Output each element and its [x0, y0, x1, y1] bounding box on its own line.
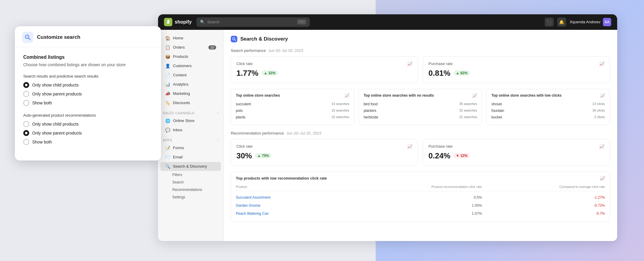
auto-radio-label-both: Show both [32, 140, 52, 144]
auto-radio-child[interactable]: Only show child products [23, 121, 153, 127]
search-perf-date: Jun 20–Jul 20, 2023 [268, 48, 303, 53]
sidebar-item-products[interactable]: 📦 Products [160, 52, 221, 61]
sidebar-item-forms[interactable]: 📝 Forms [160, 143, 221, 152]
rec-purchase-rate-value: 0.24% ▼ 12% [428, 151, 604, 160]
sidebar-label-customers: Customers [173, 64, 192, 68]
top-searches-card: Top online store searches 📈 succulent 14… [231, 89, 354, 125]
email-icon: ✉️ [165, 155, 170, 160]
sub-label-search: Search [172, 180, 184, 184]
auto-radio-circle-both [23, 139, 29, 145]
shopify-logo: shopify [164, 18, 192, 26]
search-icon [22, 32, 33, 43]
orders-icon: 📋 [165, 45, 170, 50]
product-link-2[interactable]: Garden Gnome [236, 203, 359, 208]
inbox-icon: 💬 [165, 128, 170, 132]
sidebar-item-content[interactable]: 📄 Content [160, 71, 221, 80]
search-perf-label: Search performance Jun 20–Jul 20, 2023 [231, 48, 610, 53]
content-header-icon [231, 36, 237, 42]
sidebar-label-forms: Forms [173, 146, 184, 150]
sidebar-item-search-discovery[interactable]: 🔍 Search & Discovery [160, 162, 221, 171]
radio-show-both[interactable]: Show both [23, 100, 153, 106]
combined-listings-desc: Choose how combined listings are shown o… [23, 62, 153, 68]
low-clicks-icon: 📈 [600, 93, 605, 98]
content-header: Search & Discovery [231, 36, 610, 42]
rec-purchase-rate-header: Purchase rate 📈 [428, 144, 604, 149]
rec-click-chart-icon: 📈 [407, 144, 412, 149]
sidebar-item-inbox[interactable]: 💬 Inbox [160, 126, 221, 135]
shopify-topbar: shopify 🔍 Search ⌘K ⬛ 🔔 Xquenda Andreev … [158, 14, 617, 30]
auto-radio-circle-parent [23, 130, 29, 136]
sidebar-item-analytics[interactable]: 📊 Analytics [160, 80, 221, 89]
topbar-bell-icon[interactable]: 🔔 [557, 18, 566, 27]
radio-circle-parent [23, 91, 29, 97]
search-purchase-rate-value: 0.81% ▲ 82% [428, 69, 604, 78]
top-products-card: Top products with low recommendation cli… [231, 172, 610, 222]
low-clicks-row-2: fountain 36 clicks [491, 107, 605, 114]
topbar-user-name: Xquenda Andreev [570, 20, 600, 24]
topbar-screen-icon[interactable]: ⬛ [545, 18, 554, 27]
radio-child-products[interactable]: Only show child products [23, 82, 153, 88]
top-products-header: Top products with low recommendation cli… [236, 176, 605, 181]
sidebar-item-marketing[interactable]: 📣 Marketing [160, 89, 221, 98]
apps-header: Apps › [158, 135, 223, 143]
sidebar-sub-search[interactable]: Search [160, 179, 221, 186]
scene-container: Customize search Combined listings Choos… [15, 14, 629, 247]
low-clicks-row-3: bucket 2 clicks [491, 114, 605, 121]
sub-label-filters: Filters [172, 173, 182, 177]
top-low-clicks-card: Top online store searches with low click… [486, 89, 610, 125]
rec-perf-label: Recommendation performance Jun 20–Jul 20… [231, 131, 610, 135]
sidebar-label-discounts: Discounts [173, 101, 190, 105]
top-low-clicks-title: Top online store searches with low click… [491, 93, 605, 98]
sidebar-item-orders[interactable]: 📋 Orders 10 [160, 43, 221, 52]
auto-radio-parent[interactable]: Only show parent products [23, 130, 153, 136]
topbar-search-text: Search [207, 20, 295, 24]
top-searches-icon: 📈 [345, 93, 349, 98]
sidebar-item-customers[interactable]: 👤 Customers [160, 61, 221, 70]
product-compared-3: -0.7% [482, 211, 605, 216]
sidebar-sub-filters[interactable]: Filters [160, 171, 221, 178]
radio-parent-products[interactable]: Only show parent products [23, 91, 153, 97]
search-discovery-icon: 🔍 [165, 164, 170, 169]
search-row-1: succulent 14 searches [236, 101, 349, 107]
rec-click-rate-label: Click rate [236, 144, 253, 149]
search-performance-section: Search performance Jun 20–Jul 20, 2023 C… [231, 48, 610, 83]
topbar-search[interactable]: 🔍 Search ⌘K [196, 17, 310, 27]
sidebar-label-orders: Orders [173, 45, 185, 50]
product-link-3[interactable]: Peach Watering Can [236, 211, 359, 216]
analytics-icon: 📊 [165, 82, 170, 87]
top-products-columns: Product Product recommendation click rat… [236, 185, 605, 191]
auto-radio-both[interactable]: Show both [23, 139, 153, 145]
home-icon: 🏠 [165, 36, 170, 41]
combined-listings-heading: Combined listings [23, 55, 153, 60]
rec-purchase-rate-card: Purchase rate 📈 0.24% ▼ 12% [423, 139, 610, 166]
forms-icon: 📝 [165, 146, 170, 150]
sidebar-item-home[interactable]: 🏠 Home [160, 34, 221, 43]
sidebar-item-email[interactable]: ✉️ Email [160, 153, 221, 162]
search-results-radio-group: Only show child products Only show paren… [23, 82, 153, 106]
topbar-icons: ⬛ 🔔 Xquenda Andreev XA [545, 18, 611, 27]
products-icon: 📦 [165, 54, 170, 59]
top-products-icon: 📈 [600, 176, 605, 181]
sub-label-settings: Settings [172, 195, 185, 199]
search-tables-row: Top online store searches 📈 succulent 14… [231, 89, 610, 125]
sidebar-sub-settings[interactable]: Settings [160, 194, 221, 201]
sidebar-item-discounts[interactable]: 🏷️ Discounts [160, 98, 221, 107]
rec-purchase-badge: ▼ 12% [453, 153, 470, 158]
sidebar-label-email: Email [173, 155, 183, 159]
product-link-1[interactable]: Succulent Assortment [236, 195, 359, 200]
top-searches-title: Top online store searches 📈 [236, 93, 349, 98]
sales-channels-header: Sales channels › [158, 108, 223, 116]
purchase-rate-badge: ▲ 82% [453, 70, 470, 76]
click-rate-badge: ▲ 32% [261, 70, 278, 76]
purchase-rate-chart-icon: 📈 [599, 61, 604, 66]
content-area: Search & Discovery Search performance Ju… [224, 30, 617, 241]
rec-purchase-rate-label: Purchase rate [428, 144, 453, 149]
topbar-avatar: XA [603, 18, 611, 26]
sidebar-item-online-store[interactable]: 🌐 Online Store [160, 116, 221, 125]
customers-icon: 👤 [165, 64, 170, 68]
rec-performance-section: Recommendation performance Jun 20–Jul 20… [231, 131, 610, 166]
search-results-label: Search results and predictive search res… [23, 74, 153, 78]
rec-click-badge: ▲ 75% [255, 153, 271, 158]
orders-badge: 10 [208, 45, 216, 50]
sidebar-sub-recommendations[interactable]: Recommendations [160, 186, 221, 193]
